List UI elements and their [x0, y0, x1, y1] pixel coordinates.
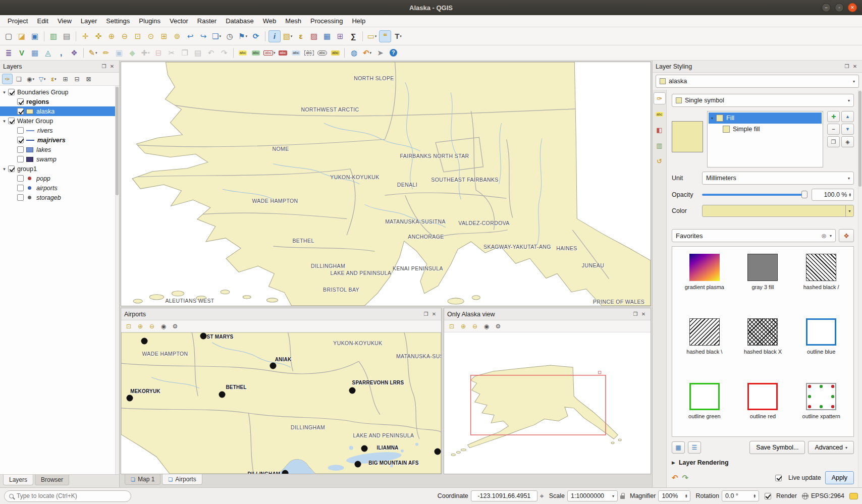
menu-item[interactable]: Plugins — [134, 16, 165, 26]
spinner-arrows-icon[interactable]: ▴▾ — [685, 494, 687, 498]
tab-browser[interactable]: Browser — [35, 475, 69, 485]
menu-item[interactable]: Layer — [76, 16, 102, 26]
layer-group-group1[interactable]: ▾ group1 — [0, 164, 119, 174]
toggle-editing-icon[interactable]: ✏ — [100, 47, 112, 59]
configure-view-icon[interactable]: ⚙ — [493, 321, 503, 331]
symbol-preset[interactable]: outline xpattern — [792, 380, 850, 437]
new-project-icon[interactable]: ▢ — [3, 30, 15, 42]
tree-expander-icon[interactable]: ▾ — [1, 90, 8, 95]
zoom-full-icon[interactable]: ⊡ — [124, 321, 134, 331]
save-project-icon[interactable]: ▣ — [29, 30, 41, 42]
layer-visibility-checkbox[interactable] — [8, 89, 15, 95]
symbology-tab[interactable]: ✑ — [654, 92, 666, 104]
undo-icon[interactable]: ↶ — [205, 47, 217, 59]
remove-layer-icon[interactable]: ⊠ — [83, 74, 94, 84]
unit-combo[interactable]: Millimeters ▾ — [702, 172, 854, 185]
symbol-preset[interactable]: gray 3 fill — [734, 251, 792, 315]
slider-handle[interactable] — [801, 191, 807, 198]
extents-icon[interactable]: ⌖ — [540, 492, 544, 500]
zoom-out-icon[interactable]: ⊖ — [119, 30, 131, 42]
layer-visibility-checkbox[interactable] — [17, 156, 24, 162]
coordinate-input[interactable] — [474, 492, 534, 499]
redo-icon[interactable]: ↷ — [218, 47, 230, 59]
menu-item[interactable]: Web — [258, 16, 281, 26]
menu-item[interactable]: Vector — [165, 16, 193, 26]
statistics-icon[interactable]: ∑ — [347, 30, 359, 42]
layer-group-boundaries[interactable]: ▾ Boundaries Group — [0, 87, 119, 97]
layer-visibility-checkbox[interactable] — [17, 137, 24, 143]
move-symbol-up-button[interactable]: ▲ — [841, 111, 854, 122]
paste-features-icon[interactable]: ▤ — [192, 47, 204, 59]
copy-features-icon[interactable]: ❐ — [179, 47, 191, 59]
tree-expander-icon[interactable]: ▾ — [711, 116, 713, 121]
select-annotation-icon[interactable]: ➤ — [374, 47, 386, 59]
layer-visibility-checkbox[interactable] — [17, 98, 24, 105]
manage-map-themes-icon[interactable]: ◉ ▾ — [25, 74, 36, 84]
close-panel-icon[interactable]: ✕ — [108, 63, 116, 71]
view-settings-icon[interactable]: ◉ — [481, 321, 492, 331]
spatial-bookmarks-icon[interactable]: ⚑ ▾ — [237, 30, 249, 42]
symbol-preset[interactable]: outline red — [734, 380, 792, 437]
lock-scale-icon[interactable] — [620, 495, 625, 499]
layer-item-popp[interactable]: popp — [0, 174, 119, 183]
vertex-tool-icon[interactable]: ✚ ▾ — [139, 47, 151, 59]
configure-view-icon[interactable]: ⚙ — [170, 321, 180, 331]
layer-labeling-icon[interactable]: abc — [237, 47, 249, 59]
text-annotation-icon[interactable]: T ▾ — [392, 30, 404, 42]
menu-item[interactable]: Settings — [101, 16, 134, 26]
new-map-view-icon[interactable]: ❏ ▾ — [210, 30, 223, 42]
add-delimited-text-icon[interactable]: , — [55, 47, 67, 59]
zoom-out-icon[interactable]: ⊖ — [470, 321, 480, 331]
symbol-preset[interactable]: hashed black / — [792, 251, 850, 315]
layers-scrollbar[interactable] — [115, 86, 119, 474]
apply-button[interactable]: Apply — [825, 471, 854, 484]
locate-input[interactable] — [17, 492, 126, 499]
labeling-options-icon[interactable]: abc — [250, 47, 262, 59]
open-attribute-table-icon[interactable]: ▦ — [321, 30, 333, 42]
list-view-toggle[interactable]: ☰ — [688, 441, 701, 454]
labels-tab[interactable]: abc — [654, 108, 666, 120]
menu-item[interactable]: View — [53, 16, 76, 26]
maximize-button[interactable]: ▫ — [835, 3, 844, 12]
layout-manager-icon[interactable]: ▤ — [61, 30, 73, 42]
alaska-view-map-canvas[interactable] — [444, 332, 651, 474]
save-edits-icon[interactable]: ▣ — [113, 47, 125, 59]
tree-expander-icon[interactable]: ▾ — [1, 119, 8, 124]
zoom-full-icon[interactable]: ⊡ — [132, 30, 144, 42]
zoom-in-icon[interactable]: ⊕ — [458, 321, 468, 331]
layer-visibility-checkbox[interactable] — [17, 175, 24, 182]
layer-visibility-checkbox[interactable] — [17, 194, 24, 201]
menu-item[interactable]: Raster — [193, 16, 221, 26]
live-update-checkbox[interactable] — [775, 475, 782, 481]
select-by-expression-icon[interactable]: ε — [295, 30, 307, 42]
opacity-slider[interactable] — [702, 190, 807, 200]
highlight-pinned-labels-icon[interactable]: abc — [277, 47, 289, 59]
help-icon[interactable]: ? — [387, 47, 399, 59]
layer-rendering-section[interactable]: ▶ Layer Rendering — [672, 458, 854, 467]
tree-expander-icon[interactable]: ▾ — [1, 166, 8, 172]
layer-item-storageb[interactable]: storageb — [0, 193, 119, 202]
style-redo-icon[interactable]: ↷ — [682, 473, 689, 482]
temporal-controller-icon[interactable]: ◷ — [224, 30, 236, 42]
add-mesh-layer-icon[interactable]: ◬ — [42, 47, 54, 59]
opacity-spinbox[interactable]: 100.0 % ▴▾ — [812, 189, 854, 201]
refresh-map-icon[interactable]: ⟳ — [250, 30, 262, 42]
move-label-icon[interactable]: abc — [303, 47, 315, 59]
messages-icon[interactable] — [849, 493, 858, 499]
layer-item-regions[interactable]: regions — [0, 97, 119, 106]
close-panel-icon[interactable]: ✕ — [851, 63, 859, 71]
rotation-spinbox[interactable]: 0.0 ° ▴▾ — [722, 490, 759, 501]
close-panel-icon[interactable]: ✕ — [639, 310, 648, 318]
layer-item-rivers[interactable]: rivers — [0, 126, 119, 135]
layer-group-water[interactable]: ▾ Water Group — [0, 116, 119, 126]
zoom-in-icon[interactable]: ⊕ — [105, 30, 118, 42]
zoom-out-icon[interactable]: ⊖ — [147, 321, 157, 331]
symbol-preset[interactable]: hashed black \ — [675, 315, 734, 380]
layer-visibility-checkbox[interactable] — [17, 108, 24, 115]
expand-all-icon[interactable]: ⊞ — [60, 74, 71, 84]
float-panel-icon[interactable]: ❐ — [100, 63, 108, 71]
zoom-next-icon[interactable]: ↪ — [197, 30, 209, 42]
add-feature-icon[interactable]: ◆ — [126, 47, 138, 59]
float-panel-icon[interactable]: ❐ — [631, 310, 639, 318]
pan-to-selection-icon[interactable]: ✜ — [92, 30, 104, 42]
